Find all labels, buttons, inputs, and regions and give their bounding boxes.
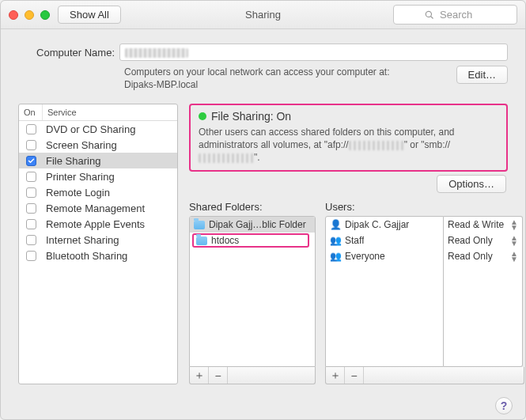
user-icon: 👥 [330,235,341,246]
users-title: Users: [325,201,508,213]
service-row[interactable]: Remote Login [19,184,177,200]
service-row[interactable]: Remote Apple Events [19,216,177,232]
service-label: Screen Sharing [43,139,177,151]
computer-name-section: Computer Name: Computers on your local n… [1,29,525,96]
shared-folders-list[interactable]: Dipak Gajj…blic Folderhtdocs [189,216,316,367]
edit-button[interactable]: Edit… [456,66,508,84]
options-button[interactable]: Options… [437,175,506,193]
service-label: Remote Management [43,202,177,214]
permission-label: Read Only [448,251,493,262]
service-label: Internet Sharing [43,234,177,246]
shared-folder-item[interactable]: Dipak Gajj…blic Folder [190,217,315,233]
computer-name-label: Computer Name: [18,47,119,59]
folders-add-remove: ＋ − [189,367,316,384]
services-header: On Service [19,104,177,121]
service-checkbox[interactable] [26,187,36,198]
service-row[interactable]: Screen Sharing [19,137,177,153]
computer-name-subtext: Computers on your local network can acce… [124,66,389,91]
service-label: DVD or CD Sharing [43,123,177,135]
close-icon[interactable] [9,10,18,20]
service-row[interactable]: File Sharing [19,153,177,168]
permissions-list[interactable]: Read & Write▲▼Read Only▲▼Read Only▲▼ [444,216,523,367]
remove-user-button[interactable]: − [345,367,364,384]
folder-icon [196,236,207,245]
titlebar: Show All Sharing [1,1,525,29]
service-row[interactable]: Printer Sharing [19,168,177,184]
bottom-bar: ? [1,392,525,419]
permission-item[interactable]: Read & Write▲▼ [444,217,522,233]
remove-folder-button[interactable]: − [209,367,228,384]
user-label: Staff [345,235,364,246]
status-title-text: File Sharing: On [211,110,291,123]
permission-stepper-icon[interactable]: ▲▼ [510,251,518,262]
search-input-wrapper[interactable] [393,5,517,25]
service-detail: File Sharing: On Other users can access … [189,104,508,384]
user-icon: 👥 [330,251,341,262]
service-row[interactable]: DVD or CD Sharing [19,121,177,137]
shared-folders-column: Shared Folders: Dipak Gajj…blic Folderht… [189,201,316,384]
user-item[interactable]: 👥Everyone [326,248,443,264]
permission-item[interactable]: Read Only▲▼ [444,248,522,264]
user-label: Dipak C. Gajjar [345,219,409,230]
service-checkbox[interactable] [26,219,36,229]
window-controls [9,10,50,20]
service-checkbox[interactable] [26,203,36,214]
folder-label: htdocs [211,235,239,246]
service-label: Remote Login [43,187,177,199]
services-list: On Service DVD or CD SharingScreen Shari… [18,104,178,384]
permission-label: Read Only [448,235,493,246]
users-list[interactable]: 👤Dipak C. Gajjar👥Staff👥Everyone [325,216,444,367]
service-label: File Sharing [43,155,177,167]
status-callout: File Sharing: On Other users can access … [189,104,508,172]
permission-label: Read & Write [448,219,504,230]
service-label: Remote Apple Events [43,218,177,230]
service-label: Bluetooth Sharing [43,250,177,262]
status-description: Other users can access shared folders on… [199,126,498,164]
search-icon [425,10,434,20]
service-checkbox[interactable] [26,156,36,166]
service-row[interactable]: Remote Management [19,200,177,216]
user-item[interactable]: 👥Staff [326,233,443,248]
service-row[interactable]: Internet Sharing [19,232,177,248]
permission-stepper-icon[interactable]: ▲▼ [510,219,518,230]
service-checkbox[interactable] [26,235,36,245]
folder-icon [194,221,205,229]
minimize-icon[interactable] [25,10,34,20]
service-checkbox[interactable] [26,251,36,261]
shared-folders-title: Shared Folders: [189,201,316,213]
help-button[interactable]: ? [495,397,513,414]
main-content: On Service DVD or CD SharingScreen Shari… [1,96,525,392]
folder-label: Dipak Gajj…blic Folder [209,219,306,230]
user-icon: 👤 [330,219,341,230]
sharing-prefpane-window: Show All Sharing Computer Name: Computer… [0,0,526,420]
computer-name-field[interactable] [119,44,508,61]
users-add-remove: ＋ − [325,367,524,384]
search-input[interactable] [438,8,486,21]
permission-stepper-icon[interactable]: ▲▼ [510,235,518,246]
add-user-button[interactable]: ＋ [326,367,345,384]
user-label: Everyone [345,251,385,262]
show-all-button[interactable]: Show All [58,6,121,24]
service-row[interactable]: Bluetooth Sharing [19,248,177,263]
service-checkbox[interactable] [26,124,36,134]
service-checkbox[interactable] [26,172,36,182]
redacted-text [125,48,188,58]
add-folder-button[interactable]: ＋ [190,367,209,384]
service-checkbox[interactable] [26,140,36,150]
service-label: Printer Sharing [43,171,177,183]
shared-folder-item[interactable]: htdocs [190,233,315,248]
user-item[interactable]: 👤Dipak C. Gajjar [326,217,443,233]
permission-item[interactable]: Read Only▲▼ [444,233,522,248]
status-on-icon [199,112,206,120]
zoom-icon[interactable] [40,10,50,20]
